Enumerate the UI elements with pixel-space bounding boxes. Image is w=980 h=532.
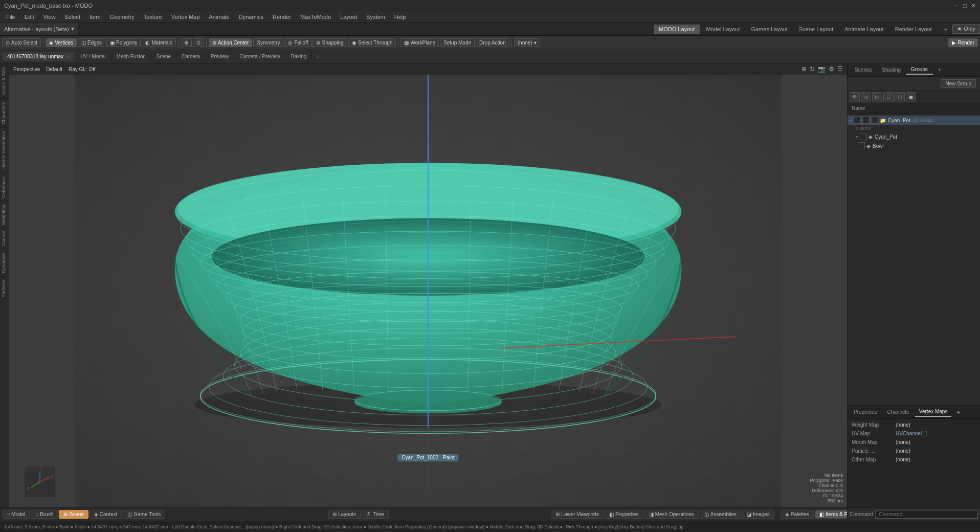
images-btn[interactable]: ◪ Images — [742, 510, 774, 519]
vertices-button[interactable]: ◈ Vertices — [46, 38, 77, 47]
groups-tree[interactable]: ▾ 📁 Cyan_Pot (2) Group 2 Items ▾ — [848, 114, 980, 405]
time-btn[interactable]: ⏱ Time — [362, 510, 389, 519]
groups-tool-square[interactable]: □ — [883, 92, 894, 102]
menu-item[interactable]: Item — [85, 13, 104, 21]
tab-scene[interactable]: ⊞ Scene — [59, 510, 88, 519]
workplane-button[interactable]: ▦ WorkPlane — [400, 38, 439, 47]
layout-tab-games-layout[interactable]: Games Layout — [746, 25, 793, 34]
menu-edit[interactable]: Edit — [20, 13, 38, 21]
viewport-tab-baking[interactable]: Baking — [286, 52, 313, 61]
sidebar-item-characters[interactable]: Characters — [0, 98, 9, 127]
viewport-tab-preview[interactable]: Preview — [206, 52, 235, 61]
tree-eye-bowl[interactable] — [858, 142, 865, 149]
tab-groups[interactable]: Groups — [906, 65, 933, 75]
menu-view[interactable]: View — [39, 13, 60, 21]
tab-scenes[interactable]: Scenes — [850, 65, 877, 74]
viewport-tab-camera[interactable]: Camera — [176, 52, 206, 61]
menu-layout[interactable]: Layout — [336, 13, 361, 21]
tree-item-bowl[interactable]: ◈ Bowl — [848, 141, 980, 150]
layout-tab-scene-layout[interactable]: Scene Layout — [794, 25, 838, 34]
viewport-icon-refresh[interactable]: ↻ — [810, 65, 815, 73]
only-button[interactable]: ★ Only — [952, 24, 980, 34]
menu-maxtomodo[interactable]: MaxToModo — [296, 13, 335, 21]
menu-help[interactable]: Help — [390, 13, 410, 21]
groups-tool-eye[interactable]: 👁 — [850, 92, 860, 102]
groups-tool-right[interactable]: ▷ — [872, 92, 882, 102]
mesh-operations-btn[interactable]: ◨ Mesh Operations — [644, 510, 699, 519]
select-through-button[interactable]: ◉ Select Through — [348, 38, 396, 47]
layouts-btn[interactable]: ⊞ Layouts — [328, 510, 361, 519]
layout-tab-plus[interactable]: + — [941, 25, 950, 34]
tree-item-cyanpot-group[interactable]: ▾ 📁 Cyan_Pot (2) Group — [848, 116, 980, 125]
viewport-icon-expand[interactable]: ⊞ — [801, 65, 807, 73]
edges-button[interactable]: ◫ Edges — [78, 38, 105, 47]
tab-context[interactable]: ◈ Context — [90, 510, 122, 519]
tree-item-cyanpot-mesh[interactable]: ▾ ◈ Cyan_Pot — [848, 132, 980, 141]
tab-channels[interactable]: Channels — [883, 408, 913, 416]
menu-texture[interactable]: Texture — [140, 13, 166, 21]
action-center-button[interactable]: ⊚ Action Center — [209, 38, 253, 47]
assemblies-btn[interactable]: ◫ Assemblies — [700, 510, 741, 519]
sidebar-item-deformers[interactable]: Deformers — [0, 173, 9, 201]
lower-viewports-btn[interactable]: ⊞ Lower Viewports — [551, 510, 604, 519]
weight-map-value[interactable]: (none) — [896, 422, 910, 428]
viewport-tab-uv---model[interactable]: UV / Model — [75, 52, 111, 61]
tab-properties[interactable]: Properties — [850, 408, 881, 416]
tab-game-tools[interactable]: ◫ Game Tools — [123, 510, 165, 519]
tree-eye3-cyanpot[interactable] — [871, 117, 878, 124]
command-input[interactable] — [875, 510, 978, 519]
falloff-button[interactable]: ◎ Falloff — [284, 38, 311, 47]
sidebar-item-particles[interactable]: Particles — [0, 276, 9, 301]
canvas-area[interactable]: X Y Z No Items Polygons : Face Channels:… — [9, 75, 847, 507]
other-map-value[interactable]: (none) — [896, 457, 910, 462]
tab-plus[interactable]: + — [953, 408, 963, 416]
layout-tab-animate-layout[interactable]: Animate Layout — [839, 25, 888, 34]
viewport-tab-close[interactable]: ✕ — [65, 54, 70, 59]
auto-select-button[interactable]: ⊙ Auto Select — [2, 38, 41, 47]
close-button[interactable]: ✕ — [971, 2, 976, 9]
sidebar-item-weighting[interactable]: Weighting — [0, 201, 9, 228]
layout-tab-model-layout[interactable]: Model Layout — [701, 25, 745, 34]
sidebar-item-dynamics[interactable]: Dynamics — [0, 249, 9, 276]
viewport[interactable]: Perspective Default Ray GL: Off ⊞ ↻ 📷 ⚙ … — [9, 63, 847, 507]
snap-icon2[interactable]: ⊙ — [193, 38, 204, 47]
properties-btn[interactable]: ◧ Properties — [605, 510, 643, 519]
tab-shading[interactable]: Shading — [877, 65, 906, 74]
menu-geometry[interactable]: Geometry — [105, 13, 138, 21]
groups-tool-square2[interactable]: ◻ — [895, 92, 905, 102]
snap-icon1[interactable]: ⊕ — [181, 38, 192, 47]
tab-groups-plus[interactable]: + — [933, 65, 946, 74]
tab-brush[interactable]: ○ Brush — [31, 510, 58, 519]
tab-model[interactable]: □ Model — [2, 510, 30, 519]
viewport-perspective[interactable]: Perspective — [13, 66, 40, 72]
viewport-icon-lock[interactable]: ☰ — [837, 65, 843, 73]
tree-eye-mesh1[interactable] — [860, 133, 867, 140]
alt-layouts-dropdown[interactable]: Alternative Layouts (Beta) ▾ — [0, 23, 79, 35]
particle-value[interactable]: (none) — [896, 448, 910, 454]
tree-eye-cyanpot[interactable] — [854, 117, 861, 124]
tree-eye2-cyanpot[interactable] — [862, 117, 870, 124]
viewport-tab-plus[interactable]: + — [312, 52, 323, 61]
menu-file[interactable]: File — [2, 13, 19, 21]
symmetry-button[interactable]: Symmetry — [253, 38, 283, 47]
menu-vertex map[interactable]: Vertex Map — [167, 13, 204, 21]
viewport-raygl[interactable]: Ray GL: Off — [69, 66, 96, 72]
morph-map-value[interactable]: (none) — [896, 439, 910, 445]
uv-map-value[interactable]: UVChannel_1 — [896, 431, 927, 436]
restore-button[interactable]: □ — [963, 2, 967, 9]
menu-system[interactable]: System — [362, 13, 389, 21]
viewport-tab-scene[interactable]: Scene — [151, 52, 176, 61]
minimize-button[interactable]: ─ — [954, 2, 959, 9]
viewport-icon-settings[interactable]: ⚙ — [829, 65, 834, 73]
menu-animate[interactable]: Animate — [205, 13, 233, 21]
viewport-tab-mesh-fusion[interactable]: Mesh Fusion — [112, 52, 151, 61]
menu-render[interactable]: Render — [269, 13, 295, 21]
viewport-icon-camera[interactable]: 📷 — [818, 65, 826, 73]
menu-select[interactable]: Select — [60, 13, 84, 21]
layout-tab-render-layout[interactable]: Render Layout — [890, 25, 937, 34]
drop-action-button[interactable]: Drop Action — [476, 38, 509, 47]
sidebar-item-actors-&-sets[interactable]: Actors & Sets — [0, 63, 9, 98]
none-dropdown[interactable]: (none) ▾ — [514, 38, 540, 47]
tab-vertex-maps[interactable]: Vertex Maps — [915, 407, 952, 417]
viewport-shading[interactable]: Default — [46, 66, 62, 72]
